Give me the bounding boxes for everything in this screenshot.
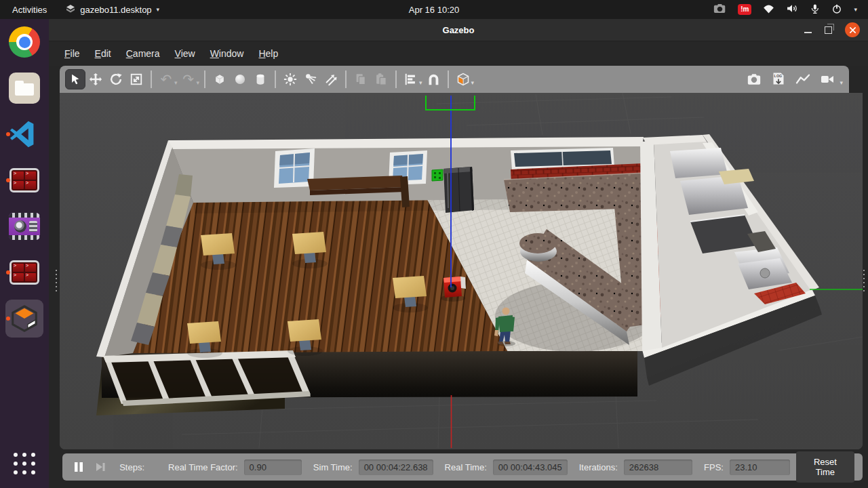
fps-label: FPS: [704, 462, 724, 472]
table[interactable] [292, 232, 328, 268]
close-button[interactable] [845, 22, 860, 37]
pause-icon [74, 462, 83, 472]
undo-button[interactable]: ↶ [156, 69, 176, 89]
table[interactable] [393, 276, 428, 312]
scale-tool-button[interactable] [126, 69, 146, 89]
align-chevron-icon[interactable]: ▾ [419, 79, 422, 86]
video-record-chevron-icon[interactable]: ▾ [840, 79, 843, 86]
sim-time-label: Sim Time: [313, 462, 353, 472]
copy-button[interactable] [351, 69, 371, 89]
select-tool-button[interactable] [65, 69, 85, 89]
undo-history-chevron-icon[interactable]: ▾ [174, 79, 178, 86]
insert-sphere-button[interactable] [230, 69, 250, 89]
log-record-button[interactable]: LOG [768, 69, 789, 89]
step-button[interactable] [92, 458, 108, 476]
dock [0, 19, 49, 488]
app-menu[interactable]: gazebo11.desktop ▾ [66, 4, 159, 16]
screencast-icon [713, 3, 726, 16]
power-icon[interactable] [831, 3, 842, 16]
real-time-label: Real Time: [445, 462, 487, 472]
simulation-status-bar: Steps: Real Time Factor: 0.90 Sim Time: … [62, 453, 863, 481]
copy-icon [354, 73, 368, 86]
rotate-icon [109, 73, 123, 86]
fps-value: 23.10 [730, 460, 790, 475]
restore-button[interactable] [825, 26, 832, 34]
dock-item-terminal-2[interactable] [5, 253, 43, 291]
recorder-badge[interactable]: !m [738, 4, 751, 15]
window-title: Gazebo [443, 25, 475, 35]
pause-button[interactable] [71, 458, 86, 476]
view-angle-cube-icon [456, 72, 471, 87]
snap-button[interactable] [423, 69, 443, 89]
real-time-value: 00 00:04:43.045 [493, 460, 568, 475]
step-icon [95, 462, 106, 472]
iterations-value: 262638 [624, 460, 692, 475]
wifi-icon[interactable] [763, 4, 774, 16]
menu-window[interactable]: Window [203, 48, 252, 59]
left-panel-splitter[interactable] [55, 268, 58, 293]
system-top-bar: Activities gazebo11.desktop ▾ Apr 16 10:… [0, 0, 868, 19]
table[interactable] [187, 321, 222, 358]
minimize-button[interactable] [804, 32, 812, 33]
view-angle-button[interactable] [453, 69, 473, 89]
redo-icon: ↷ [182, 73, 194, 86]
dock-item-video-app[interactable] [5, 207, 43, 245]
chevron-down-icon: ▾ [157, 6, 160, 13]
insert-box-button[interactable] [210, 69, 230, 89]
running-indicator [6, 132, 10, 136]
system-menu-chevron-icon[interactable]: ▾ [854, 6, 857, 13]
menu-view[interactable]: View [167, 48, 203, 59]
activities-button[interactable]: Activities [12, 5, 47, 15]
steps-label: Steps: [119, 462, 144, 472]
point-light-button[interactable] [280, 69, 300, 89]
right-panel-splitter[interactable] [863, 268, 865, 293]
dock-item-gazebo[interactable] [5, 300, 43, 338]
running-indicator [6, 317, 10, 321]
menu-camera[interactable]: Camera [119, 48, 167, 59]
refrigerator[interactable] [443, 167, 474, 213]
redo-button[interactable]: ↷ [178, 69, 199, 89]
spot-light-button[interactable] [300, 69, 321, 89]
menu-help[interactable]: Help [251, 48, 285, 59]
dock-item-vscode[interactable] [5, 115, 43, 153]
screenshot-button[interactable] [744, 69, 764, 89]
plot-button[interactable] [793, 69, 813, 89]
vscode-icon [9, 119, 40, 150]
view-angle-chevron-icon[interactable]: ▾ [471, 79, 475, 86]
align-button[interactable] [401, 69, 421, 89]
volume-icon[interactable] [786, 3, 798, 16]
dock-item-terminal-1[interactable] [5, 161, 43, 199]
clock[interactable]: Apr 16 10:20 [409, 5, 459, 15]
selection-marker[interactable] [432, 169, 443, 181]
menu-edit[interactable]: Edit [87, 48, 119, 59]
reset-time-button[interactable]: Reset Time [796, 451, 854, 483]
translate-tool-button[interactable] [85, 69, 106, 89]
chrome-icon [9, 26, 40, 58]
terminal-icon [9, 260, 39, 285]
dock-item-chrome[interactable] [5, 23, 43, 61]
point-light-icon [283, 73, 297, 86]
terminal-icon [9, 168, 39, 192]
show-applications-button[interactable] [5, 445, 43, 483]
log-file-icon: LOG [772, 72, 785, 87]
insert-cylinder-button[interactable] [250, 69, 271, 89]
title-bar[interactable]: Gazebo [49, 19, 868, 41]
redo-history-chevron-icon[interactable]: ▾ [197, 79, 200, 86]
directional-light-button[interactable] [321, 69, 341, 89]
video-record-button[interactable] [817, 69, 837, 89]
entrance-windows[interactable] [103, 350, 311, 406]
app-menu-label: gazebo11.desktop [80, 5, 151, 15]
real-time-factor-label: Real Time Factor: [168, 462, 238, 472]
table[interactable] [288, 319, 323, 356]
menu-file[interactable]: File [57, 48, 87, 59]
gazebo-3d-scene[interactable] [60, 93, 863, 449]
snap-magnet-icon [427, 73, 440, 86]
dock-item-files[interactable] [5, 69, 43, 107]
paste-button[interactable] [371, 69, 391, 89]
table[interactable] [201, 233, 236, 270]
render-viewport[interactable] [60, 93, 863, 449]
paste-icon [374, 73, 388, 86]
microphone-icon[interactable] [810, 3, 820, 16]
move-icon [89, 73, 102, 86]
rotate-tool-button[interactable] [106, 69, 126, 89]
